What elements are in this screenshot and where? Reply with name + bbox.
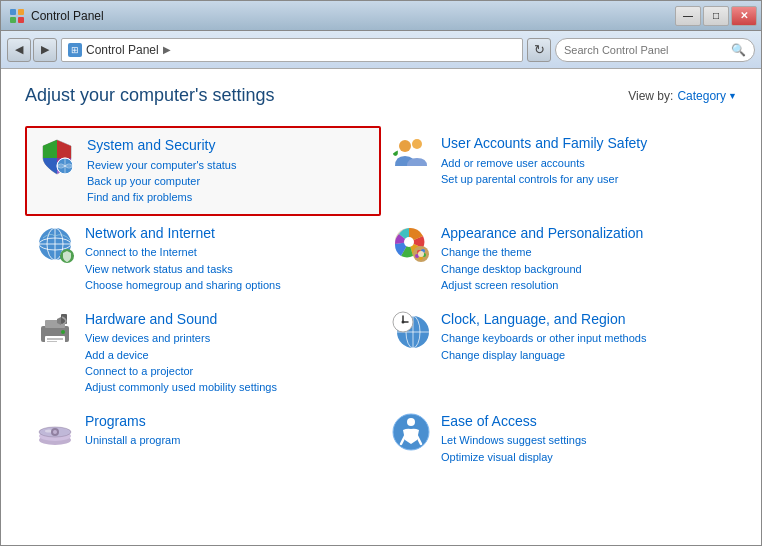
clock-language-links: Change keyboards or other input methods … [441, 331, 727, 363]
network-internet-link-2[interactable]: Choose homegroup and sharing options [85, 278, 371, 293]
clock-language-link-1[interactable]: Change display language [441, 348, 727, 363]
ease-of-access-icon [391, 412, 431, 452]
minimize-button[interactable]: — [675, 6, 701, 26]
category-clock-language[interactable]: Clock, Language, and Region Change keybo… [381, 302, 737, 404]
maximize-button[interactable]: □ [703, 6, 729, 26]
search-box: 🔍 [555, 38, 755, 62]
main-content: Adjust your computer's settings View by:… [1, 69, 761, 545]
category-network-internet[interactable]: Network and Internet Connect to the Inte… [25, 216, 381, 302]
hardware-sound-text: Hardware and Sound View devices and prin… [85, 310, 371, 396]
path-text: Control Panel [86, 43, 159, 57]
ease-of-access-link-0[interactable]: Let Windows suggest settings [441, 433, 727, 448]
view-by-control: View by: Category ▼ [628, 89, 737, 103]
user-accounts-link-0[interactable]: Add or remove user accounts [441, 156, 727, 171]
page-title: Adjust your computer's settings [25, 85, 275, 106]
system-security-link-0[interactable]: Review your computer's status [87, 158, 369, 173]
search-icon[interactable]: 🔍 [731, 43, 746, 57]
category-appearance[interactable]: Appearance and Personalization Change th… [381, 216, 737, 302]
appearance-link-0[interactable]: Change the theme [441, 245, 727, 260]
svg-point-30 [61, 330, 65, 334]
programs-link-0[interactable]: Uninstall a program [85, 433, 371, 448]
appearance-icon [391, 224, 431, 264]
appearance-link-1[interactable]: Change desktop background [441, 262, 727, 277]
programs-links: Uninstall a program [85, 433, 371, 448]
window: Control Panel — □ ✕ ◀ ▶ ⊞ Control Panel … [0, 0, 762, 546]
path-icon: ⊞ [68, 43, 82, 57]
network-internet-name[interactable]: Network and Internet [85, 224, 371, 244]
network-internet-link-1[interactable]: View network status and tasks [85, 262, 371, 277]
appearance-link-2[interactable]: Adjust screen resolution [441, 278, 727, 293]
category-programs[interactable]: Programs Uninstall a program [25, 404, 381, 473]
hardware-sound-name[interactable]: Hardware and Sound [85, 310, 371, 330]
svg-point-9 [412, 139, 422, 149]
system-security-link-1[interactable]: Back up your computer [87, 174, 369, 189]
network-internet-link-0[interactable]: Connect to the Internet [85, 245, 371, 260]
system-security-link-2[interactable]: Find and fix problems [87, 190, 369, 205]
control-panel-icon [9, 8, 25, 24]
appearance-name[interactable]: Appearance and Personalization [441, 224, 727, 244]
hardware-sound-link-3[interactable]: Adjust commonly used mobility settings [85, 380, 371, 395]
close-button[interactable]: ✕ [731, 6, 757, 26]
address-bar: ◀ ▶ ⊞ Control Panel ▶ ↻ 🔍 [1, 31, 761, 69]
user-accounts-links: Add or remove user accounts Set up paren… [441, 156, 727, 188]
network-internet-icon [35, 224, 75, 264]
svg-rect-29 [47, 341, 57, 342]
svg-point-45 [53, 430, 57, 434]
clock-language-text: Clock, Language, and Region Change keybo… [441, 310, 727, 363]
path-arrow: ▶ [163, 44, 171, 55]
ease-of-access-link-1[interactable]: Optimize visual display [441, 450, 727, 465]
hardware-sound-link-0[interactable]: View devices and printers [85, 331, 371, 346]
address-path[interactable]: ⊞ Control Panel ▶ [61, 38, 523, 62]
title-controls: — □ ✕ [675, 6, 757, 26]
view-by-label: View by: [628, 89, 673, 103]
category-ease-of-access[interactable]: Ease of Access Let Windows suggest setti… [381, 404, 737, 473]
category-system-security[interactable]: System and Security Review your computer… [25, 126, 381, 216]
clock-language-icon [391, 310, 431, 350]
clock-language-name[interactable]: Clock, Language, and Region [441, 310, 727, 330]
system-security-text: System and Security Review your computer… [87, 136, 369, 206]
clock-language-link-0[interactable]: Change keyboards or other input methods [441, 331, 727, 346]
user-accounts-text: User Accounts and Family Safety Add or r… [441, 134, 727, 187]
programs-text: Programs Uninstall a program [85, 412, 371, 449]
svg-rect-0 [10, 9, 16, 15]
system-security-links: Review your computer's status Back up yo… [87, 158, 369, 206]
nav-buttons: ◀ ▶ [7, 38, 57, 62]
ease-of-access-text: Ease of Access Let Windows suggest setti… [441, 412, 727, 465]
user-accounts-link-1[interactable]: Set up parental controls for any user [441, 172, 727, 187]
hardware-sound-links: View devices and printers Add a device C… [85, 331, 371, 396]
user-accounts-name[interactable]: User Accounts and Family Safety [441, 134, 727, 154]
svg-rect-28 [47, 338, 63, 340]
system-security-icon [37, 136, 77, 176]
appearance-links: Change the theme Change desktop backgrou… [441, 245, 727, 293]
chevron-down-icon: ▼ [728, 91, 737, 101]
ease-of-access-links: Let Windows suggest settings Optimize vi… [441, 433, 727, 465]
page-header: Adjust your computer's settings View by:… [25, 85, 737, 106]
forward-button[interactable]: ▶ [33, 38, 57, 62]
network-internet-links: Connect to the Internet View network sta… [85, 245, 371, 293]
svg-point-48 [407, 418, 415, 426]
category-user-accounts[interactable]: User Accounts and Family Safety Add or r… [381, 126, 737, 216]
hardware-sound-link-1[interactable]: Add a device [85, 348, 371, 363]
category-hardware-sound[interactable]: Hardware and Sound View devices and prin… [25, 302, 381, 404]
view-by-dropdown[interactable]: Category ▼ [677, 89, 737, 103]
svg-rect-3 [18, 17, 24, 23]
programs-name[interactable]: Programs [85, 412, 371, 432]
svg-rect-1 [18, 9, 24, 15]
appearance-text: Appearance and Personalization Change th… [441, 224, 727, 294]
user-accounts-icon [391, 134, 431, 174]
ease-of-access-name[interactable]: Ease of Access [441, 412, 727, 432]
hardware-sound-icon [35, 310, 75, 350]
refresh-button[interactable]: ↻ [527, 38, 551, 62]
title-bar: Control Panel — □ ✕ [1, 1, 761, 31]
svg-point-24 [418, 251, 424, 257]
svg-point-8 [399, 140, 411, 152]
hardware-sound-link-2[interactable]: Connect to a projector [85, 364, 371, 379]
back-button[interactable]: ◀ [7, 38, 31, 62]
system-security-name[interactable]: System and Security [87, 136, 369, 156]
programs-icon [35, 412, 75, 452]
svg-point-17 [404, 237, 414, 247]
window-title: Control Panel [31, 9, 104, 23]
categories-grid: System and Security Review your computer… [25, 126, 737, 473]
svg-rect-2 [10, 17, 16, 23]
search-input[interactable] [564, 44, 727, 56]
